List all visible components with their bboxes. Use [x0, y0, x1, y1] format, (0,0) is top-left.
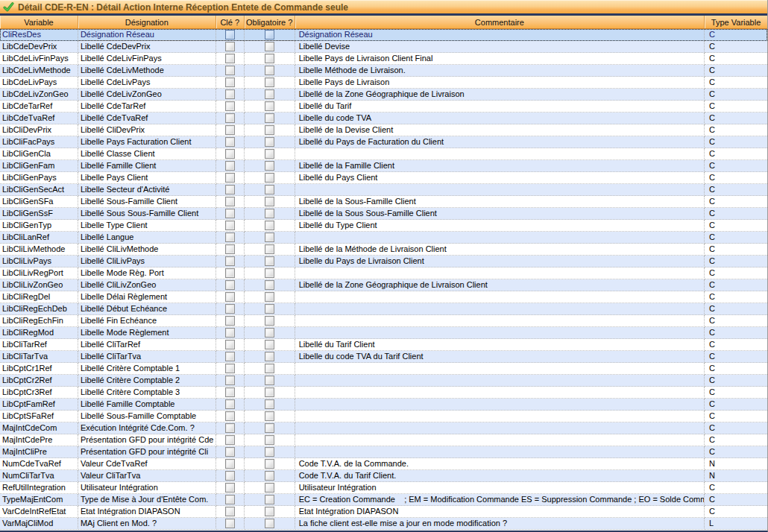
obligatoire-checkbox[interactable]	[265, 101, 274, 111]
cle-checkbox[interactable]	[225, 113, 235, 123]
table-row[interactable]: LibCliRegEchFinLibellé Fin EchéanceC	[0, 315, 767, 327]
obligatoire-checkbox[interactable]	[265, 137, 274, 147]
cle-checkbox[interactable]	[225, 459, 235, 469]
column-header-designation[interactable]: Désignation	[78, 16, 216, 28]
table-row[interactable]: LibCptSFaRefLibellé Sous-Famille Comptab…	[0, 411, 767, 422]
obligatoire-checkbox[interactable]	[265, 42, 274, 51]
cle-checkbox[interactable]	[225, 197, 235, 206]
column-header-variable[interactable]: Variable	[0, 16, 78, 28]
obligatoire-checkbox[interactable]	[265, 519, 274, 528]
table-row[interactable]: LibCdeTarRefLibellé CdeTarRefLibellé du …	[0, 101, 767, 113]
obligatoire-checkbox[interactable]	[265, 197, 274, 206]
obligatoire-checkbox[interactable]	[265, 30, 274, 39]
column-header-commentaire[interactable]: Commentaire	[295, 16, 705, 28]
cle-checkbox[interactable]	[225, 364, 235, 373]
table-row[interactable]: LibCliFacPaysLibelle Pays Facturation Cl…	[0, 136, 767, 148]
cle-checkbox[interactable]	[225, 435, 235, 445]
table-row[interactable]: MajIntCdeComExécution Intégrité Cde.Com.…	[0, 422, 767, 434]
table-row[interactable]: LibCliGenFamLibellé Famille ClientLibell…	[0, 160, 767, 172]
cle-checkbox[interactable]	[225, 161, 235, 171]
obligatoire-checkbox[interactable]	[265, 89, 274, 99]
table-row[interactable]: LibCdeLivPaysLibellé CdeLivPaysLibelle P…	[0, 77, 767, 89]
obligatoire-checkbox[interactable]	[265, 328, 274, 338]
table-row[interactable]: LibCliLivZonGeoLibellé CliLivZonGeoLibel…	[0, 279, 767, 291]
table-row[interactable]: VarMajCliModMAj Client en Mod. ?La fiche…	[0, 518, 767, 530]
cle-checkbox[interactable]	[225, 387, 235, 397]
table-row[interactable]: LibCliGenSecActLibelle Secteur d'Activit…	[0, 184, 767, 196]
obligatoire-checkbox[interactable]	[265, 161, 274, 171]
cle-checkbox[interactable]	[225, 209, 235, 218]
cle-checkbox[interactable]	[225, 399, 235, 409]
cle-checkbox[interactable]	[225, 495, 235, 504]
table-row[interactable]: LibCliGenSsFLibellé Sous Sous-Famille Cl…	[0, 208, 767, 220]
cle-checkbox[interactable]	[225, 101, 235, 111]
table-row[interactable]: LibCdeDevPrixLibellé CdeDevPrixLibellé D…	[0, 41, 767, 53]
cle-checkbox[interactable]	[225, 507, 235, 516]
obligatoire-checkbox[interactable]	[265, 471, 274, 481]
obligatoire-checkbox[interactable]	[265, 387, 274, 397]
cle-checkbox[interactable]	[225, 447, 235, 457]
cle-checkbox[interactable]	[225, 304, 235, 314]
cle-checkbox[interactable]	[225, 376, 235, 385]
cle-checkbox[interactable]	[225, 340, 235, 349]
table-row[interactable]: LibCliDevPrixLibellé CliDevPrixLibellé d…	[0, 124, 767, 136]
obligatoire-checkbox[interactable]	[265, 411, 274, 421]
obligatoire-checkbox[interactable]	[265, 435, 274, 445]
table-row[interactable]: LibCliLanRefLibellé LangueC	[0, 232, 767, 244]
obligatoire-checkbox[interactable]	[265, 352, 274, 361]
obligatoire-checkbox[interactable]	[265, 280, 274, 290]
table-row[interactable]: LibCdeLivMethodeLibellé CdeLivMethodeLib…	[0, 65, 767, 77]
cle-checkbox[interactable]	[225, 137, 235, 147]
obligatoire-checkbox[interactable]	[265, 507, 274, 516]
obligatoire-checkbox[interactable]	[265, 54, 274, 63]
table-row[interactable]: MajIntCdePrePrésentation GFD pour intégr…	[0, 434, 767, 446]
cle-checkbox[interactable]	[225, 77, 235, 87]
cle-checkbox[interactable]	[225, 316, 235, 326]
cle-checkbox[interactable]	[225, 232, 235, 242]
obligatoire-checkbox[interactable]	[265, 77, 274, 87]
column-header-cle[interactable]: Clé ?	[216, 16, 245, 28]
cle-checkbox[interactable]	[225, 42, 235, 51]
table-row[interactable]: LibCptCr1RefLibellé Critère Comptable 1C	[0, 363, 767, 375]
table-row[interactable]: LibCdeLivZonGeoLibellé CdeLivZonGeoLibel…	[0, 89, 767, 101]
column-header-type-variable[interactable]: Type Variable	[705, 16, 767, 28]
obligatoire-checkbox[interactable]	[265, 244, 274, 254]
table-row[interactable]: LibCliRegModLibelle Mode RèglementC	[0, 327, 767, 339]
obligatoire-checkbox[interactable]	[265, 364, 274, 373]
obligatoire-checkbox[interactable]	[265, 459, 274, 469]
obligatoire-checkbox[interactable]	[265, 268, 274, 278]
obligatoire-checkbox[interactable]	[265, 495, 274, 504]
table-row[interactable]: LibCliLivMethodeLibellé CliLivMethodeLib…	[0, 244, 767, 256]
cle-checkbox[interactable]	[225, 30, 235, 39]
table-row[interactable]: LibCliGenTypLibelle Type ClientLibellé d…	[0, 220, 767, 232]
table-row[interactable]: LibCdeLivFinPaysLibellé CdeLivFinPaysLib…	[0, 53, 767, 65]
cle-checkbox[interactable]	[225, 125, 235, 135]
table-row[interactable]: LibCliRegEchDebLibellé Début EchéanceC	[0, 303, 767, 315]
cle-checkbox[interactable]	[225, 173, 235, 183]
obligatoire-checkbox[interactable]	[265, 376, 274, 385]
table-row[interactable]: LibCliLivPaysLibellé CliLivPaysLibelle d…	[0, 256, 767, 267]
obligatoire-checkbox[interactable]	[265, 292, 274, 302]
cle-checkbox[interactable]	[225, 149, 235, 159]
table-row[interactable]: LibCliLivRegPortLibelle Mode Règ. PortC	[0, 267, 767, 279]
cle-checkbox[interactable]	[225, 54, 235, 63]
cle-checkbox[interactable]	[225, 185, 235, 194]
table-row[interactable]: RefUtilIntegrationUtilisateur Intégratio…	[0, 482, 767, 494]
table-row[interactable]: VarCdeIntRefEtatEtat Intégration DIAPASO…	[0, 506, 767, 518]
table-row[interactable]: NumCliTarTvaValeur CliTarTvaCode T.V.A. …	[0, 470, 767, 482]
cle-checkbox[interactable]	[225, 328, 235, 338]
obligatoire-checkbox[interactable]	[265, 149, 274, 159]
table-row[interactable]: LibCliRegDelLibelle Délai RèglementC	[0, 291, 767, 303]
obligatoire-checkbox[interactable]	[265, 113, 274, 123]
cle-checkbox[interactable]	[225, 66, 235, 75]
obligatoire-checkbox[interactable]	[265, 185, 274, 194]
obligatoire-checkbox[interactable]	[265, 483, 274, 493]
cle-checkbox[interactable]	[225, 280, 235, 290]
cle-checkbox[interactable]	[225, 89, 235, 99]
table-row[interactable]: TypeMajEntComType de Mise à Jour d'Entêt…	[0, 494, 767, 506]
table-row[interactable]: LibCptFamRefLibellé Famille ComptableC	[0, 399, 767, 411]
cle-checkbox[interactable]	[225, 292, 235, 302]
table-row[interactable]: MajIntCliPrePrésentation GFD pour intégr…	[0, 446, 767, 458]
obligatoire-checkbox[interactable]	[265, 232, 274, 242]
obligatoire-checkbox[interactable]	[265, 125, 274, 135]
